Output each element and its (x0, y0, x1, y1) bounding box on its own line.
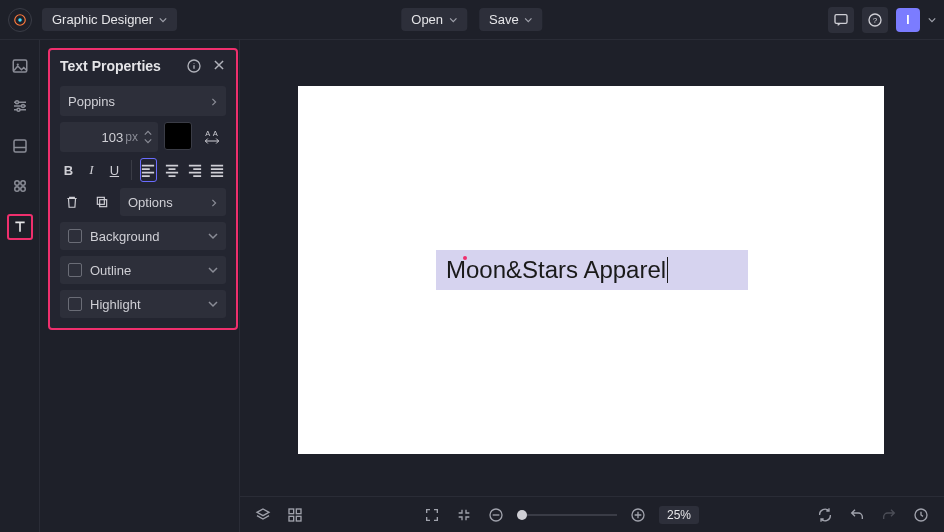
text-caret (667, 257, 668, 283)
help-button[interactable]: ? (862, 7, 888, 33)
align-center-button[interactable] (163, 158, 180, 182)
fit-button[interactable] (453, 504, 475, 526)
svg-rect-5 (13, 60, 27, 72)
collap-label: Outline (90, 263, 131, 278)
layers-button[interactable] (252, 504, 274, 526)
align-justify-button[interactable] (209, 158, 226, 182)
svg-point-9 (17, 108, 20, 111)
divider (131, 160, 132, 180)
options-label: Options (128, 195, 173, 210)
size-step-up[interactable] (142, 129, 154, 137)
svg-text:A: A (205, 129, 210, 138)
plus-circle-icon (630, 507, 646, 523)
text-tool[interactable] (7, 214, 33, 240)
bold-button[interactable]: B (60, 158, 77, 182)
redo-button[interactable] (878, 504, 900, 526)
undo-icon (849, 507, 865, 523)
svg-text:?: ? (873, 15, 878, 24)
underline-button[interactable]: U (106, 158, 123, 182)
svg-rect-21 (296, 509, 301, 514)
refresh-button[interactable] (814, 504, 836, 526)
svg-point-14 (20, 187, 25, 192)
italic-button[interactable]: I (83, 158, 100, 182)
zoom-slider[interactable] (517, 514, 617, 516)
panel-title: Text Properties (60, 58, 161, 74)
svg-point-8 (21, 105, 24, 108)
image-icon (11, 57, 29, 75)
undo-button[interactable] (846, 504, 868, 526)
collap-label: Highlight (90, 297, 141, 312)
zoom-in-button[interactable] (627, 504, 649, 526)
font-family-value: Poppins (68, 94, 115, 109)
layers-icon (255, 507, 271, 523)
fullscreen-button[interactable] (421, 504, 443, 526)
svg-rect-20 (289, 509, 294, 514)
background-toggle[interactable]: Background (60, 222, 226, 250)
chevron-down-icon (208, 299, 218, 309)
text-properties-panel: Text Properties Poppins 103 px (48, 48, 238, 330)
shapes-icon (11, 177, 29, 195)
open-button[interactable]: Open (401, 8, 467, 31)
history-button[interactable] (910, 504, 932, 526)
font-family-select[interactable]: Poppins (60, 86, 226, 116)
svg-point-11 (14, 181, 19, 186)
sliders-icon (11, 97, 29, 115)
zoom-knob[interactable] (517, 510, 527, 520)
text-element[interactable]: Moon&Stars Apparel (436, 250, 748, 290)
svg-point-7 (15, 101, 18, 104)
comments-button[interactable] (828, 7, 854, 33)
delete-button[interactable] (60, 190, 84, 214)
checkbox[interactable] (68, 229, 82, 243)
checkbox[interactable] (68, 263, 82, 277)
adjust-tool[interactable] (8, 94, 32, 118)
save-label: Save (489, 12, 519, 27)
shapes-tool[interactable] (8, 174, 32, 198)
svg-point-13 (14, 187, 19, 192)
zoom-out-button[interactable] (485, 504, 507, 526)
svg-rect-18 (97, 197, 104, 204)
role-label: Graphic Designer (52, 12, 153, 27)
character-spacing-button[interactable]: AA (198, 122, 226, 150)
info-icon[interactable] (186, 58, 202, 74)
redo-icon (881, 507, 897, 523)
text-content: Moon&Stars Apparel (446, 256, 666, 284)
grid-button[interactable] (284, 504, 306, 526)
role-dropdown[interactable]: Graphic Designer (42, 8, 177, 31)
layout-icon (11, 137, 29, 155)
chevron-down-icon[interactable] (928, 16, 936, 24)
save-button[interactable]: Save (479, 8, 543, 31)
duplicate-button[interactable] (90, 190, 114, 214)
grid-icon (287, 507, 303, 523)
image-tool[interactable] (8, 54, 32, 78)
layout-tool[interactable] (8, 134, 32, 158)
highlight-toggle[interactable]: Highlight (60, 290, 226, 318)
app-logo[interactable] (8, 8, 32, 32)
checkbox[interactable] (68, 297, 82, 311)
collap-label: Background (90, 229, 159, 244)
color-swatch[interactable] (164, 122, 192, 150)
font-size-value: 103 (102, 130, 124, 145)
help-icon: ? (867, 12, 883, 28)
align-right-icon (188, 163, 202, 177)
font-size-input[interactable]: 103 px (60, 122, 158, 152)
trash-icon (65, 195, 79, 209)
text-icon (12, 219, 28, 235)
copy-icon (95, 195, 109, 209)
font-size-unit: px (125, 130, 138, 144)
options-dropdown[interactable]: Options (120, 188, 226, 216)
size-step-down[interactable] (142, 137, 154, 145)
align-left-button[interactable] (140, 158, 158, 182)
align-justify-icon (210, 163, 224, 177)
open-label: Open (411, 12, 443, 27)
chevron-down-icon (449, 16, 457, 24)
history-icon (913, 507, 929, 523)
close-icon[interactable] (212, 58, 226, 72)
svg-point-12 (20, 181, 25, 186)
zoom-percent[interactable]: 25% (659, 506, 699, 524)
canvas[interactable]: Moon&Stars Apparel (298, 86, 884, 454)
chevron-down-icon (208, 231, 218, 241)
outline-toggle[interactable]: Outline (60, 256, 226, 284)
avatar[interactable]: I (896, 8, 920, 32)
align-right-button[interactable] (186, 158, 203, 182)
contract-icon (456, 507, 472, 523)
